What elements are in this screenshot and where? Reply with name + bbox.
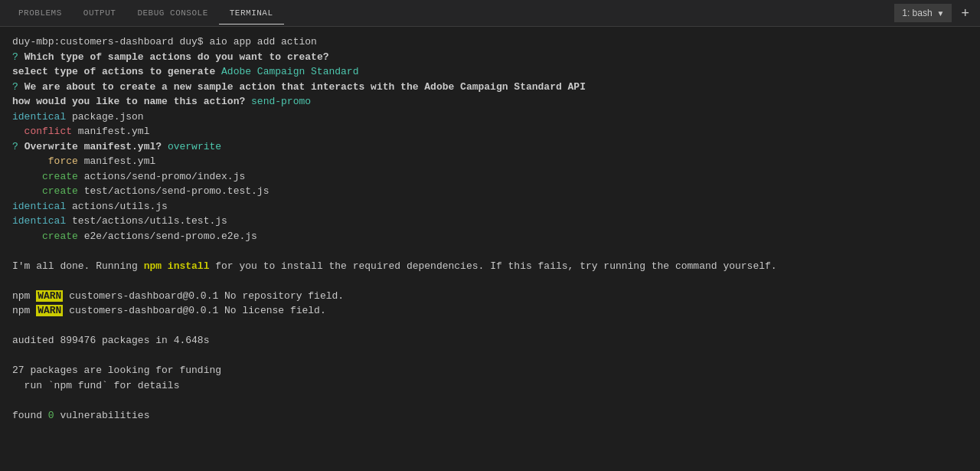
terminal-line: ? Overwrite manifest.yml? overwrite (12, 139, 968, 155)
chevron-down-icon: ▼ (937, 9, 945, 18)
tab-debug-console[interactable]: DEBUG CONSOLE (126, 2, 218, 24)
terminal-line: ? We are about to create a new sample ac… (12, 80, 968, 95)
terminal-line: identical package.json (12, 110, 968, 125)
tab-bar: PROBLEMS OUTPUT DEBUG CONSOLE TERMINAL 1… (0, 0, 980, 27)
terminal-line: conflict manifest.yml (12, 124, 968, 139)
terminal-line (12, 319, 968, 334)
tab-problems[interactable]: PROBLEMS (8, 2, 73, 24)
terminal-line: npm WARN customers-dashboard@0.0.1 No re… (12, 289, 968, 304)
terminal-line: 27 packages are looking for funding (12, 363, 968, 378)
tab-terminal[interactable]: TERMINAL (219, 2, 284, 25)
terminal-line: identical actions/utils.js (12, 199, 968, 214)
terminal-line (12, 244, 968, 259)
add-terminal-button[interactable]: + (958, 6, 972, 20)
terminal-line: how would you like to name this action? … (12, 94, 968, 110)
terminal-line: run `npm fund` for details (12, 378, 968, 394)
terminal-line (12, 273, 968, 289)
tab-output[interactable]: OUTPUT (73, 2, 127, 24)
terminal-line: create test/actions/send-promo.test.js (12, 184, 968, 199)
terminal-line: npm WARN customers-dashboard@0.0.1 No li… (12, 303, 968, 319)
terminal-body: duy-mbp:customers-dashboard duy$ aio app… (0, 27, 980, 471)
terminal-line: force manifest.yml (12, 154, 968, 169)
terminal-line: audited 899476 packages in 4.648s (12, 333, 968, 348)
terminal-line (12, 348, 968, 364)
terminal-line: found 0 vulnerabilities (12, 408, 968, 424)
app-container: PROBLEMS OUTPUT DEBUG CONSOLE TERMINAL 1… (0, 0, 980, 471)
terminal-line: duy-mbp:customers-dashboard duy$ aio app… (12, 34, 968, 50)
bash-selector[interactable]: 1: bash ▼ (894, 4, 952, 22)
terminal-line: I'm all done. Running npm install for yo… (12, 259, 968, 274)
terminal-line: ? Which type of sample actions do you wa… (12, 50, 968, 65)
terminal-line: create e2e/actions/send-promo.e2e.js (12, 229, 968, 244)
terminal-line (12, 393, 968, 408)
terminal-line: create actions/send-promo/index.js (12, 169, 968, 185)
terminal-line: select type of actions to generate Adobe… (12, 64, 968, 80)
terminal-line: identical test/actions/utils.test.js (12, 214, 968, 229)
